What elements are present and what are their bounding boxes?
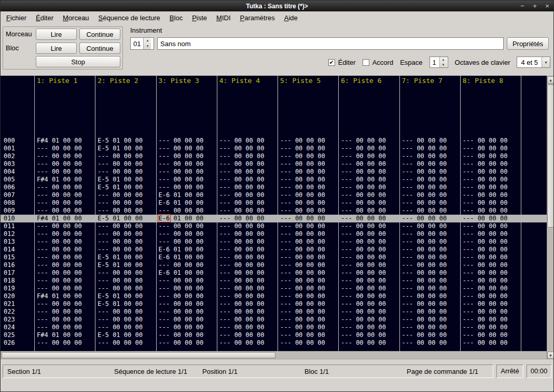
tracker-cell[interactable]: --- 00 00 00 [341,316,386,324]
tracker-cell[interactable]: --- 00 00 00 [219,292,265,300]
tracker-cell[interactable]: --- 00 00 00 [402,324,447,331]
tracker-cell[interactable]: --- 00 00 00 [341,277,386,285]
tracker-cell[interactable]: --- 00 00 00 [463,277,508,285]
tracker-cell[interactable]: --- 00 00 00 [98,277,143,285]
tracker-cell[interactable]: --- 00 00 00 [98,339,143,347]
track-header[interactable]: 4: Piste 4 [219,77,260,85]
tracker-cell[interactable]: --- 00 00 00 [280,215,325,222]
menu-item-bloc[interactable]: Bloc [165,11,187,24]
tracker-cell[interactable]: --- 00 00 00 [463,168,508,176]
tracker-cell[interactable]: --- 00 00 00 [463,246,508,254]
tracker-cell[interactable]: --- 00 00 00 [219,184,265,191]
scroll-down-icon[interactable]: ▼ [547,352,554,359]
tracker-cell[interactable]: --- 00 00 00 [280,254,325,261]
tracker-cell[interactable]: --- 00 00 00 [219,261,265,269]
tracker-cell[interactable]: --- 00 00 00 [219,285,265,292]
tracker-cell[interactable]: --- 00 00 00 [402,254,447,261]
tracker-cell[interactable]: E-5 01 00 00 [98,176,143,184]
menu-item-aide[interactable]: Aide [280,11,302,24]
tracker-cell[interactable]: --- 00 00 00 [341,308,386,316]
tracker-cell[interactable]: --- 00 00 00 [98,168,143,176]
spin-up-icon[interactable]: ▲ [144,38,151,44]
tracker-cell[interactable]: --- 00 00 00 [280,238,325,246]
tracker-cell[interactable]: --- 00 00 00 [341,324,386,331]
tracker-cell[interactable]: --- 00 00 00 [98,246,143,254]
menu-item-parametres[interactable]: Paramètres [236,11,280,24]
tracker-cell[interactable]: E-5 01 00 00 [98,331,143,339]
tracker-cell[interactable]: --- 00 00 00 [402,316,447,324]
tracker-cell[interactable]: --- 00 00 00 [37,285,82,292]
tracker-cell[interactable]: --- 00 00 00 [280,331,325,339]
tracker-cell[interactable]: --- 00 00 00 [463,285,508,292]
tracker-cell[interactable]: --- 00 00 00 [219,176,265,184]
tracker-cell[interactable]: --- 00 00 00 [219,215,265,222]
tracker-cell[interactable]: --- 00 00 00 [280,269,325,277]
tracker-cell[interactable]: --- 00 00 00 [341,269,386,277]
tracker-cell[interactable]: --- 00 00 00 [219,324,265,331]
tracker-cell[interactable]: --- 00 00 00 [37,184,82,191]
tracker-cell[interactable]: --- 00 00 00 [402,277,447,285]
stop-button[interactable]: Stop [36,56,120,67]
tracker-cell[interactable]: --- 00 00 00 [37,246,82,254]
tracker-cell[interactable]: --- 00 00 00 [159,261,204,269]
tracker-cell[interactable]: F#4 01 00 00 [37,331,82,339]
tracker-cell[interactable]: E-5 01 00 00 [98,184,143,191]
tracker-cell[interactable]: --- 00 00 00 [37,261,82,269]
tracker-cell[interactable]: --- 00 00 00 [98,191,143,199]
tracker-cell[interactable]: --- 00 00 00 [37,324,82,331]
song-play-button[interactable]: Lire [36,29,77,40]
tracker-cell[interactable]: --- 00 00 00 [37,300,82,308]
tracker-cell[interactable]: --- 00 00 00 [37,254,82,261]
tracker-cell[interactable]: --- 00 00 00 [98,316,143,324]
horizontal-scrollbar[interactable] [1,351,547,359]
tracker-cell[interactable]: --- 00 00 00 [37,316,82,324]
tracker-cell[interactable]: --- 00 00 00 [402,339,447,347]
tracker-cell[interactable]: E-5 01 00 00 [98,261,143,269]
tracker-cell[interactable]: --- 00 00 00 [280,339,325,347]
tracker-cell[interactable]: --- 00 00 00 [402,308,447,316]
tracker-cell[interactable]: --- 00 00 00 [37,168,82,176]
block-play-button[interactable]: Lire [36,43,77,54]
tracker-cell[interactable]: --- 00 00 00 [402,207,447,215]
tracker-cell[interactable]: --- 00 00 00 [341,160,386,168]
tracker-cell[interactable]: --- 00 00 00 [219,191,265,199]
tracker-cell[interactable]: --- 00 00 00 [98,207,143,215]
tracker-cell[interactable]: --- 00 00 00 [402,199,447,207]
tracker-cell[interactable]: --- 00 00 00 [280,199,325,207]
tracker-cell[interactable]: --- 00 00 00 [219,168,265,176]
tracker-cell[interactable]: --- 00 00 00 [159,300,204,308]
tracker-cell[interactable]: --- 00 00 00 [159,207,204,215]
tracker-cell[interactable]: --- 00 00 00 [219,199,265,207]
tracker-cell[interactable]: --- 00 00 00 [219,308,265,316]
tracker-cell[interactable]: --- 00 00 00 [463,152,508,160]
tracker-cell[interactable]: --- 00 00 00 [402,222,447,230]
tracker-cell[interactable]: --- 00 00 00 [402,184,447,191]
tracker-cell[interactable]: --- 00 00 00 [463,269,508,277]
tracker-cell[interactable]: --- 00 00 00 [402,269,447,277]
tracker-cell[interactable]: --- 00 00 00 [98,222,143,230]
tracker-cell[interactable]: --- 00 00 00 [280,184,325,191]
tracker-cell[interactable]: --- 00 00 00 [98,308,143,316]
tracker-cell[interactable]: --- 00 00 00 [341,222,386,230]
tracker-cell[interactable]: --- 00 00 00 [463,184,508,191]
tracker-cell[interactable]: --- 00 00 00 [402,145,447,152]
tracker-cell[interactable]: E-5 01 00 00 [98,300,143,308]
tracker-cell[interactable]: --- 00 00 00 [463,191,508,199]
tracker-cell[interactable]: E-5 01 00 00 [98,137,143,145]
tracker-cell[interactable]: --- 00 00 00 [280,277,325,285]
tracker-cell[interactable]: --- 00 00 00 [98,199,143,207]
tracker-cell[interactable]: --- 00 00 00 [37,145,82,152]
chord-checkbox[interactable]: Accord [363,59,393,66]
tracker-cell[interactable]: --- 00 00 00 [402,246,447,254]
tracker-cell[interactable]: --- 00 00 00 [341,168,386,176]
tracker-cell[interactable]: --- 00 00 00 [37,191,82,199]
tracker-cell[interactable]: --- 00 00 00 [280,261,325,269]
tracker-cell[interactable]: --- 00 00 00 [37,269,82,277]
tracker-cell[interactable]: E-5 01 00 00 [98,254,143,261]
titlebar[interactable]: Tutka : Sans titre (*)> − + × [1,1,553,11]
tracker-cell[interactable]: --- 00 00 00 [341,215,386,222]
track-header[interactable]: 2: Piste 2 [98,77,138,85]
tracker-cell[interactable]: --- 00 00 00 [280,316,325,324]
tracker-cell[interactable]: --- 00 00 00 [463,300,508,308]
tracker-cell[interactable]: --- 00 00 00 [159,184,204,191]
